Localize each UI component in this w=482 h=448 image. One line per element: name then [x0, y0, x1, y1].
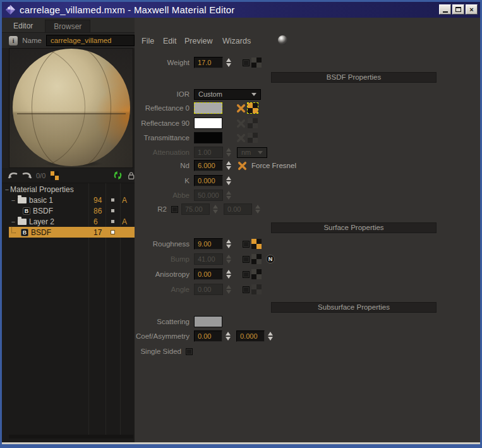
bump-label: Bump — [135, 255, 190, 263]
tab-editor[interactable]: Editor — [5, 20, 41, 32]
roughness-texture-button[interactable] — [251, 239, 262, 249]
minimize-button[interactable] — [439, 4, 451, 15]
close-icon: × — [469, 6, 473, 13]
bump-row: Bump 41.00 N — [135, 253, 275, 265]
collapse-icon[interactable]: − — [4, 186, 10, 193]
undo-counter: 0/0 — [36, 172, 45, 179]
window-frame-edge — [2, 442, 480, 444]
ior-dropdown[interactable]: Custom — [194, 89, 261, 100]
weight-map-checkbox[interactable] — [243, 59, 250, 66]
anisotropy-map-checkbox[interactable] — [243, 271, 250, 278]
collapse-icon[interactable]: − — [10, 218, 16, 226]
anisotropy-stepper[interactable] — [224, 269, 232, 280]
k-label: K — [135, 177, 190, 185]
anisotropy-input[interactable]: 0.00 — [194, 269, 223, 280]
angle-texture-button[interactable] — [251, 284, 262, 294]
render-sphere-icon[interactable] — [278, 35, 287, 45]
tree-row-layer2[interactable]: − Layer 2 6 A — [2, 216, 135, 227]
bsdf-value: 86 — [91, 205, 107, 216]
menu-file[interactable]: File — [142, 35, 154, 47]
weight-stepper[interactable] — [224, 57, 232, 68]
minimize-icon — [443, 11, 448, 13]
r2-checkbox[interactable] — [171, 206, 178, 213]
r2-stepper-1[interactable] — [211, 203, 219, 215]
angle-input[interactable]: 0.00 — [194, 284, 223, 295]
weight-texture-button[interactable] — [251, 58, 262, 68]
undo-icon[interactable] — [8, 171, 19, 180]
transmittance-clear-icon[interactable] — [236, 133, 246, 143]
ior-row: IOR Custom — [135, 88, 261, 100]
maximize-button[interactable] — [452, 4, 464, 15]
bump-texture-button[interactable] — [251, 254, 262, 264]
angle-stepper[interactable] — [224, 284, 232, 295]
title-bar[interactable]: carrelage_villamed.mxm - Maxwell Materia… — [2, 2, 480, 18]
roughness-input[interactable]: 9.00 — [194, 238, 223, 250]
bsdf-dot — [105, 227, 120, 238]
maxwell-material-editor-window: carrelage_villamed.mxm - Maxwell Materia… — [0, 0, 482, 448]
k-stepper[interactable] — [224, 175, 232, 186]
roughness-stepper[interactable] — [224, 238, 232, 250]
refresh-preview-icon[interactable] — [113, 170, 123, 181]
r2-input-1[interactable]: 75.00 — [181, 203, 210, 215]
transmittance-color-swatch[interactable] — [194, 132, 222, 143]
tree-scrollbar[interactable] — [9, 435, 133, 439]
reflectance0-clear-icon[interactable] — [236, 104, 246, 113]
reflectance0-texture-button[interactable] — [248, 103, 258, 113]
weight-input[interactable]: 17.0 — [194, 57, 223, 68]
tree-row-bsdf2-selected[interactable]: B BSDF 17 — [9, 227, 135, 238]
coef-input[interactable]: 0.00 — [194, 330, 222, 342]
reflectance90-row: Reflectance 90 — [135, 118, 258, 129]
transmittance-texture-button[interactable] — [248, 133, 258, 143]
attenuation-input[interactable]: 1.00 — [194, 147, 223, 158]
anisotropy-texture-button[interactable] — [251, 269, 262, 279]
texture-checker-icon[interactable] — [51, 171, 58, 180]
r2-input-2[interactable]: 0.00 — [224, 203, 252, 215]
r2-stepper-2[interactable] — [253, 203, 262, 215]
scattering-color-swatch[interactable] — [194, 316, 222, 327]
menu-wizards[interactable]: Wizards — [222, 35, 251, 47]
nd-input[interactable]: 6.000 — [194, 160, 223, 171]
bump-map-checkbox[interactable] — [243, 256, 250, 263]
r2-row: R2 75.00 0.00 — [135, 203, 262, 215]
abbe-input[interactable]: 50.000 — [194, 190, 223, 201]
tab-browser[interactable]: Browser — [45, 20, 90, 32]
reflectance90-texture-button[interactable] — [248, 118, 258, 128]
close-button[interactable]: × — [466, 4, 478, 15]
bsdf-properties-header: BSDF Properties — [271, 72, 437, 83]
attenuation-unit-dropdown[interactable]: nm — [237, 147, 267, 158]
k-input[interactable]: 0.000 — [194, 175, 223, 186]
asymmetry-stepper[interactable] — [266, 330, 274, 342]
roughness-map-checkbox[interactable] — [243, 241, 250, 248]
scattering-label: Scattering — [135, 318, 190, 325]
tree-row-bsdf1[interactable]: B BSDF 86 — [2, 205, 135, 216]
coef-asymmetry-row: Coef/Asymmetry 0.00 0.000 — [135, 330, 274, 342]
menu-preview[interactable]: Preview — [184, 35, 212, 47]
reflectance90-color-swatch[interactable] — [194, 118, 222, 129]
lock-icon[interactable] — [128, 171, 135, 180]
asymmetry-input[interactable]: 0.000 — [236, 330, 265, 342]
menu-edit[interactable]: Edit — [163, 35, 177, 47]
bump-input[interactable]: 41.00 — [194, 253, 223, 265]
abbe-stepper[interactable] — [224, 190, 232, 201]
attenuation-stepper[interactable] — [224, 147, 232, 158]
r2-label: R2 — [135, 205, 167, 213]
tree-root-row[interactable]: − Material Properties — [2, 184, 135, 195]
nd-stepper[interactable] — [224, 160, 232, 171]
roughness-row: Roughness 9.00 — [135, 238, 262, 250]
angle-map-checkbox[interactable] — [243, 286, 250, 293]
reflectance90-label: Reflectance 90 — [135, 119, 190, 127]
reflectance90-clear-icon[interactable] — [236, 119, 246, 128]
tree-row-basic1[interactable]: − basic 1 94 A — [2, 195, 135, 205]
collapse-icon[interactable]: − — [10, 197, 16, 204]
bump-stepper[interactable] — [224, 253, 232, 265]
redo-icon[interactable] — [21, 171, 32, 180]
coef-stepper[interactable] — [224, 330, 232, 342]
abbe-label: Abbe — [135, 191, 190, 199]
preview-sphere — [13, 49, 130, 166]
tree-connector — [11, 227, 16, 233]
material-name-input[interactable]: carrelage_villamed — [46, 35, 135, 46]
single-sided-checkbox[interactable] — [186, 348, 193, 355]
force-fresnel-checkbox[interactable] — [238, 161, 247, 171]
normal-map-icon[interactable]: N — [266, 255, 275, 263]
reflectance0-color-swatch[interactable] — [194, 102, 222, 114]
